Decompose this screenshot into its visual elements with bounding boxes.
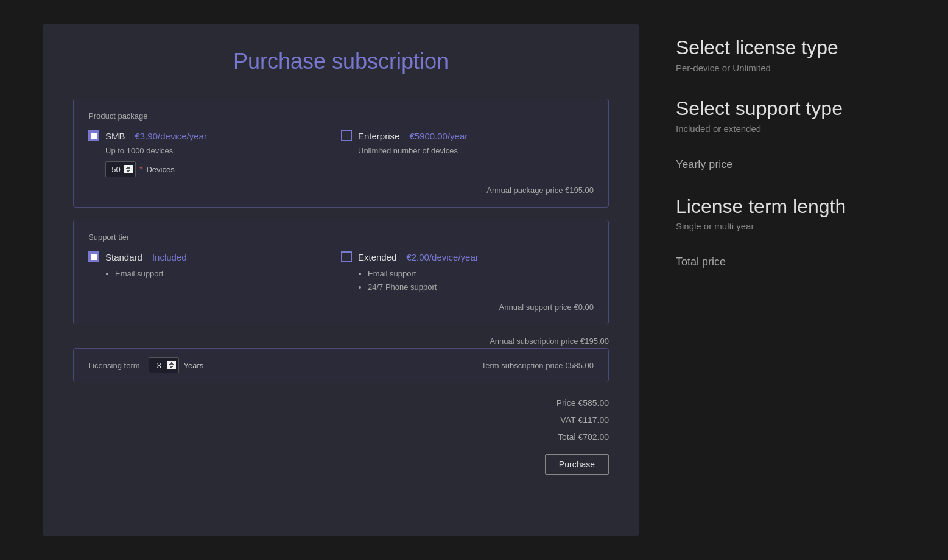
total-label: Total <box>539 429 576 446</box>
enterprise-option[interactable]: Enterprise €5900.00/year Unlimited numbe… <box>341 130 594 177</box>
product-package-section: Product package SMB €3.90/device/year Up… <box>73 99 609 208</box>
sidebar-license-type-subtitle: Per-device or Unlimited <box>676 63 924 73</box>
price-value: €585.00 <box>578 398 609 408</box>
standard-option[interactable]: Standard Included Email support <box>88 251 341 294</box>
sidebar-license-term-title: License term length <box>676 195 924 218</box>
annual-support-price: Annual support price €0.00 <box>88 303 594 312</box>
extended-price: €2.00/device/year <box>406 252 478 262</box>
smb-option[interactable]: SMB €3.90/device/year Up to 1000 devices… <box>88 130 341 177</box>
standard-name: Standard <box>105 252 142 262</box>
extended-bullets: Email support 24/7 Phone support <box>368 267 594 294</box>
devices-label: Devices <box>146 165 174 174</box>
support-tier-section: Support tier Standard Included Email sup… <box>73 220 609 324</box>
sidebar-support-type: Select support type Included or extended <box>676 97 924 134</box>
main-panel: Purchase subscription Product package SM… <box>43 24 639 536</box>
standard-price: Included <box>152 252 187 262</box>
support-tier-label: Support tier <box>88 233 594 242</box>
licensing-term-label: Licensing term <box>88 361 140 370</box>
standard-bullets: Email support <box>115 267 341 281</box>
term-subscription-price: Term subscription price €585.00 <box>482 361 594 370</box>
smb-description: Up to 1000 devices <box>105 146 341 155</box>
sidebar-total-price-label: Total price <box>676 256 924 268</box>
extended-bullet-1: Email support <box>368 267 594 281</box>
summary-total-row: Total €702.00 <box>73 429 609 446</box>
enterprise-description: Unlimited number of devices <box>358 146 594 155</box>
licensing-term-section: Licensing term Years Term subscription p… <box>73 348 609 382</box>
product-package-options: SMB €3.90/device/year Up to 1000 devices… <box>88 130 594 177</box>
total-value: €702.00 <box>578 432 609 442</box>
price-label: Price <box>539 394 576 411</box>
price-summary: Price €585.00 VAT €117.00 Total €702.00 <box>73 394 609 446</box>
standard-bullet-1: Email support <box>115 267 341 281</box>
extended-option[interactable]: Extended €2.00/device/year Email support… <box>341 251 594 294</box>
extended-bullet-2: 24/7 Phone support <box>368 281 594 294</box>
sidebar-support-type-title: Select support type <box>676 97 924 120</box>
smb-radio-inner <box>91 133 97 139</box>
sidebar-yearly-price: Yearly price <box>676 158 924 171</box>
purchase-button[interactable]: Purchase <box>545 454 609 475</box>
annual-subscription-price: Annual subscription price €195.00 <box>73 337 609 346</box>
enterprise-radio[interactable] <box>341 130 352 141</box>
standard-radio[interactable] <box>88 251 99 262</box>
standard-radio-inner <box>91 254 97 260</box>
sidebar-license-type: Select license type Per-device or Unlimi… <box>676 37 924 73</box>
sidebar-license-type-title: Select license type <box>676 37 924 59</box>
required-star: * <box>139 164 142 174</box>
smb-name: SMB <box>105 131 125 141</box>
licensing-term-unit: Years <box>184 361 204 370</box>
extended-name: Extended <box>358 252 396 262</box>
sidebar-total-price: Total price <box>676 256 924 268</box>
summary-vat-row: VAT €117.00 <box>73 411 609 429</box>
support-tier-options: Standard Included Email support Extended… <box>88 251 594 294</box>
smb-radio[interactable] <box>88 130 99 141</box>
product-package-label: Product package <box>88 111 594 121</box>
devices-row: * Devices <box>105 161 341 177</box>
summary-price-row: Price €585.00 <box>73 394 609 411</box>
sidebar: Select license type Per-device or Unlimi… <box>639 0 948 560</box>
extended-radio[interactable] <box>341 251 352 262</box>
smb-price: €3.90/device/year <box>135 131 207 141</box>
licensing-term-input[interactable] <box>149 357 179 373</box>
sidebar-yearly-price-label: Yearly price <box>676 158 924 171</box>
sidebar-license-term-subtitle: Single or multi year <box>676 221 924 231</box>
annual-package-price: Annual package price €195.00 <box>88 186 594 195</box>
sidebar-license-term: License term length Single or multi year <box>676 195 924 232</box>
devices-input[interactable] <box>105 161 136 177</box>
enterprise-price: €5900.00/year <box>409 131 468 141</box>
sidebar-support-type-subtitle: Included or extended <box>676 124 924 134</box>
vat-label: VAT <box>539 411 576 429</box>
vat-value: €117.00 <box>578 415 609 425</box>
enterprise-name: Enterprise <box>358 131 399 141</box>
page-title: Purchase subscription <box>73 49 609 74</box>
